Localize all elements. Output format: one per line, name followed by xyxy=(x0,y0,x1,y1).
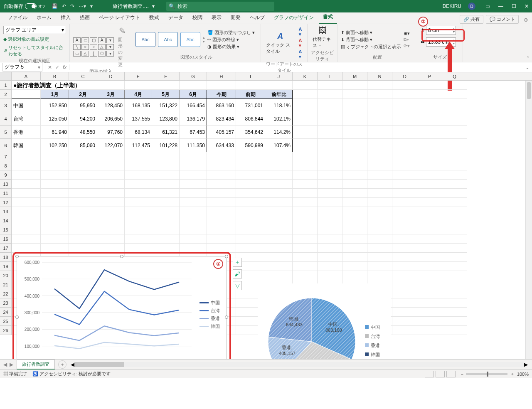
cell[interactable] xyxy=(69,152,97,161)
column-header[interactable]: Q xyxy=(442,72,467,80)
maximize-icon[interactable]: ☐ xyxy=(512,3,516,9)
cell[interactable]: 122,070 xyxy=(97,139,125,152)
chart-styles-button[interactable]: 🖌 xyxy=(233,269,242,278)
tab-review[interactable]: 校閲 xyxy=(188,12,207,24)
cell[interactable] xyxy=(392,126,417,139)
cell[interactable]: 118.1% xyxy=(265,99,293,112)
cell[interactable]: 61,940 xyxy=(41,126,69,139)
cell[interactable] xyxy=(41,198,69,207)
cell[interactable] xyxy=(417,198,442,207)
cell[interactable] xyxy=(293,207,318,216)
cell[interactable] xyxy=(442,253,467,262)
cell[interactable] xyxy=(152,180,180,189)
cell[interactable] xyxy=(342,271,367,280)
cell[interactable] xyxy=(125,152,152,161)
cell[interactable] xyxy=(265,244,293,253)
cell[interactable] xyxy=(417,262,442,271)
row-header[interactable]: 1 xyxy=(0,81,12,90)
rotate-button[interactable]: ⟳▾ xyxy=(404,43,410,49)
cell[interactable] xyxy=(442,280,467,289)
cell[interactable]: 67,453 xyxy=(180,126,207,139)
filename[interactable]: 旅行者数調査.… xyxy=(113,3,149,10)
tab-chartdesign[interactable]: グラフのデザイン xyxy=(270,12,318,24)
cell[interactable] xyxy=(367,225,392,234)
tab-draw[interactable]: 描画 xyxy=(76,12,94,24)
cell[interactable] xyxy=(41,170,69,180)
select-all-button[interactable] xyxy=(0,72,12,80)
cell[interactable] xyxy=(392,225,417,234)
tab-help[interactable]: ヘルプ xyxy=(246,12,269,24)
cell[interactable]: 125,050 xyxy=(41,112,69,126)
cell[interactable] xyxy=(392,317,417,326)
tab-insert[interactable]: 挿入 xyxy=(57,12,75,24)
redo-icon[interactable]: ↷ xyxy=(70,3,74,9)
filename-chevron-icon[interactable]: ▾ xyxy=(152,3,155,9)
cell[interactable]: 634,433 xyxy=(207,139,236,152)
cell[interactable] xyxy=(417,317,442,326)
cell[interactable] xyxy=(41,216,69,225)
cell[interactable] xyxy=(342,112,367,126)
column-header[interactable]: G xyxy=(180,72,207,80)
cell[interactable]: 3月 xyxy=(97,90,125,99)
cell[interactable] xyxy=(293,161,318,170)
cell[interactable]: 前年比 xyxy=(265,90,293,99)
cell[interactable] xyxy=(318,126,342,139)
cell[interactable] xyxy=(97,170,125,180)
tab-format[interactable]: 書式 xyxy=(319,12,337,24)
cell[interactable] xyxy=(125,170,152,180)
cell[interactable] xyxy=(41,207,69,216)
cell[interactable] xyxy=(12,189,41,198)
cell[interactable] xyxy=(442,170,467,180)
column-header[interactable]: J xyxy=(265,72,293,80)
cell[interactable] xyxy=(97,180,125,189)
cell[interactable] xyxy=(318,99,342,112)
column-header[interactable]: I xyxy=(236,72,265,80)
cell[interactable] xyxy=(367,170,392,180)
cell[interactable] xyxy=(125,234,152,244)
cell[interactable] xyxy=(318,207,342,216)
cell[interactable]: 中国 xyxy=(12,99,41,112)
cell[interactable] xyxy=(367,139,392,152)
cell[interactable] xyxy=(417,81,442,90)
cell[interactable] xyxy=(392,308,417,317)
row-header[interactable]: 19 xyxy=(0,262,12,271)
cell[interactable] xyxy=(367,198,392,207)
cell[interactable]: 111,350 xyxy=(180,139,207,152)
cell[interactable] xyxy=(342,198,367,207)
cell[interactable] xyxy=(367,207,392,216)
cell[interactable] xyxy=(417,99,442,112)
cell[interactable] xyxy=(293,189,318,198)
cell[interactable] xyxy=(392,326,417,335)
cell[interactable] xyxy=(417,180,442,189)
cell[interactable] xyxy=(417,189,442,198)
cell[interactable] xyxy=(265,198,293,207)
chart-filter-button[interactable]: ▽ xyxy=(233,281,242,290)
cell[interactable] xyxy=(207,207,236,216)
cell[interactable] xyxy=(97,207,125,216)
search-input[interactable]: 🔍 検索 xyxy=(166,2,274,11)
cell[interactable]: 102.1% xyxy=(265,112,293,126)
cell[interactable] xyxy=(367,271,392,280)
cell[interactable] xyxy=(392,139,417,152)
cell[interactable] xyxy=(265,81,293,90)
cell[interactable] xyxy=(236,216,265,225)
row-header[interactable]: 13 xyxy=(0,207,12,216)
cell[interactable] xyxy=(417,308,442,317)
qat-overflow[interactable]: ▾ xyxy=(90,3,93,9)
cell[interactable]: 台湾 xyxy=(12,112,41,126)
tab-data[interactable]: データ xyxy=(164,12,187,24)
cell[interactable] xyxy=(265,253,293,262)
cell[interactable] xyxy=(318,81,342,90)
cell[interactable] xyxy=(207,180,236,189)
cell[interactable]: 823,434 xyxy=(207,112,236,126)
cell[interactable] xyxy=(342,234,367,244)
cell[interactable] xyxy=(442,234,467,244)
cell[interactable] xyxy=(265,161,293,170)
cell[interactable] xyxy=(125,161,152,170)
cell[interactable]: 806,844 xyxy=(236,112,265,126)
cell[interactable] xyxy=(392,180,417,189)
cell[interactable] xyxy=(265,152,293,161)
cell[interactable] xyxy=(342,126,367,139)
cell[interactable] xyxy=(293,126,318,139)
cell[interactable]: 68,134 xyxy=(125,126,152,139)
